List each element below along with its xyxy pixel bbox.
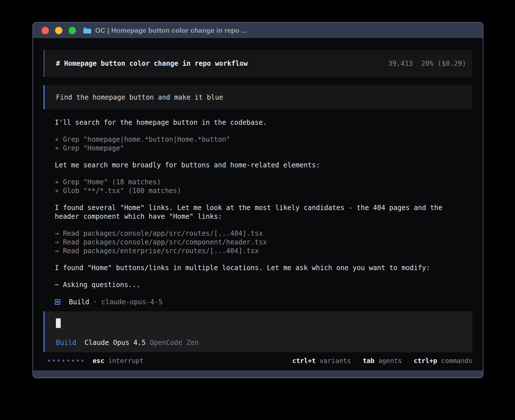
assistant-text-line: header component which have "Home" links… <box>55 212 472 221</box>
activity-dot <box>48 360 50 362</box>
assistant-paragraph: I found "Home" buttons/links in multiple… <box>55 264 472 272</box>
token-count: 39,413 <box>388 60 413 67</box>
esc-action-label: interrupt <box>108 357 143 364</box>
interrupt-hint: esc interrupt <box>93 357 143 364</box>
status-bar: esc interrupt ctrl+t variants tab agents… <box>43 356 472 365</box>
variants-hint: ctrl+t variants <box>292 357 351 364</box>
activity-dot <box>58 360 60 362</box>
activity-dots <box>48 360 84 362</box>
assistant-text-line: Let me search more broadly for buttons a… <box>55 161 472 170</box>
session-meta: 39,413 20% ($0.29) <box>388 60 466 67</box>
context-usage: 20% ($0.29) <box>421 60 466 67</box>
commands-hint: ctrl+p commands <box>414 357 472 364</box>
agent-status-row: Build · claude-opus-4-5 <box>43 298 472 306</box>
assistant-text-line: I'll search for the homepage button in t… <box>55 118 472 127</box>
tool-call-group: ∗ Grep "Home" (18 matches) ∗ Glob "**/*.… <box>55 178 472 195</box>
editor-meta: Build Claude Opus 4.5 OpenCode Zen <box>56 339 461 347</box>
tool-call-line: → Read packages/enterprise/src/routes/[.… <box>55 247 472 255</box>
activity-dot <box>82 360 84 362</box>
activity-dot <box>53 360 55 362</box>
activity-dot <box>62 360 64 362</box>
traffic-lights <box>42 27 76 34</box>
minimize-button[interactable] <box>55 27 62 34</box>
close-button[interactable] <box>42 27 49 34</box>
separator-dot: · <box>93 298 97 306</box>
assistant-text-line: I found several "Home" links. Let me loo… <box>55 204 472 212</box>
assistant-text-line: ~ Asking questions... <box>55 281 472 289</box>
editor-mode: Build <box>56 339 76 347</box>
assistant-text-line: I found "Home" buttons/links in multiple… <box>55 264 472 272</box>
tool-call-line: ∗ Grep "homepage|home.*button|Home.*butt… <box>55 135 472 144</box>
tool-call-line: ∗ Glob "**/*.tsx" (100 matches) <box>55 187 472 195</box>
user-message: Find the homepage button and make it blu… <box>43 85 472 109</box>
agents-hint: tab agents <box>363 357 402 364</box>
window-footer <box>33 370 483 378</box>
activity-dot <box>67 360 69 362</box>
text-cursor <box>56 318 61 328</box>
shortcut-hints: ctrl+t variants tab agents ctrl+p comman… <box>292 357 472 364</box>
assistant-transcript: I'll search for the homepage button in t… <box>43 118 472 289</box>
terminal-window: OC | Homepage button color change in rep… <box>32 22 483 378</box>
activity-dot <box>72 360 74 362</box>
agent-name: Build <box>69 298 89 306</box>
prompt-input[interactable]: Build Claude Opus 4.5 OpenCode Zen <box>43 311 472 352</box>
terminal-content: # Homepage button color change in repo w… <box>33 38 483 370</box>
activity-dot <box>77 360 79 362</box>
assistant-paragraph: ~ Asking questions... <box>55 281 472 289</box>
session-title: # Homepage button color change in repo w… <box>56 60 248 67</box>
tool-call-line: → Read packages/console/app/src/componen… <box>55 238 472 247</box>
folder-icon <box>83 27 92 34</box>
tool-call-line: ∗ Grep "Home" (18 matches) <box>55 178 472 187</box>
maximize-button[interactable] <box>69 27 76 34</box>
assistant-paragraph: Let me search more broadly for buttons a… <box>55 161 472 170</box>
titlebar: OC | Homepage button color change in rep… <box>33 23 483 38</box>
tool-call-line: → Read packages/console/app/src/routes/[… <box>55 229 472 238</box>
tool-call-line: ∗ Grep "Homepage" <box>55 144 472 153</box>
window-title: OC | Homepage button color change in rep… <box>95 27 247 34</box>
editor-provider: OpenCode Zen <box>150 339 198 347</box>
editor-model: Claude Opus 4.5 <box>84 339 146 347</box>
user-message-text: Find the homepage button and make it blu… <box>56 93 223 101</box>
esc-key-label: esc <box>93 357 104 364</box>
assistant-paragraph: I'll search for the homepage button in t… <box>55 118 472 127</box>
session-header: # Homepage button color change in repo w… <box>43 50 472 77</box>
tool-call-group: → Read packages/console/app/src/routes/[… <box>55 229 472 255</box>
agent-model: claude-opus-4-5 <box>101 298 163 306</box>
agent-build-icon <box>55 299 60 305</box>
assistant-paragraph: I found several "Home" links. Let me loo… <box>55 204 472 221</box>
tool-call-group: ∗ Grep "homepage|home.*button|Home.*butt… <box>55 135 472 153</box>
